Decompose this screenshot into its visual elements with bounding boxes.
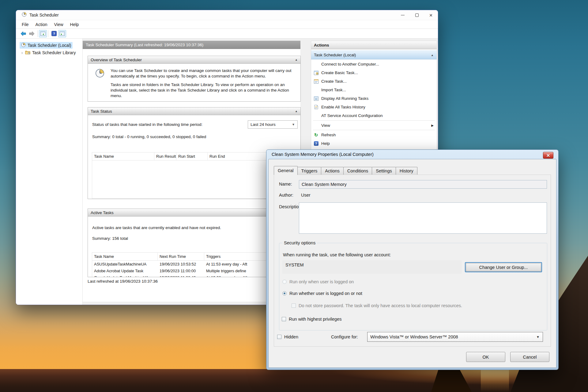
action-item-refresh[interactable]: ↻ Refresh — [311, 131, 437, 139]
help-icon: ? — [51, 31, 57, 36]
window-title: Task Scheduler — [29, 13, 59, 17]
summary-header-text: Task Scheduler Summary (Last refreshed: … — [86, 43, 203, 47]
tab-conditions[interactable]: Conditions — [343, 167, 372, 175]
dialog-tabs: General Triggers Actions Conditions Sett… — [274, 166, 417, 175]
close-icon: ✕ — [546, 153, 550, 158]
configure-for-label: Configure for: — [331, 334, 358, 339]
action-item-import-task[interactable]: Import Task... — [311, 86, 437, 94]
cancel-button[interactable]: Cancel — [510, 352, 549, 362]
back-button[interactable] — [19, 30, 28, 38]
action-item-create-task[interactable]: Create Task... — [311, 77, 437, 85]
radio-run-only-logged-on: Run only when user is logged on — [282, 279, 354, 284]
active-tasks-summary: Summary: 156 total — [92, 236, 128, 241]
actions-group-label: Task Scheduler (Local) — [314, 53, 356, 57]
tab-general[interactable]: General — [274, 166, 298, 175]
configure-for-dropdown[interactable]: Windows Vista™ or Windows Server™ 2008 ▼ — [367, 332, 543, 342]
forward-button[interactable] — [28, 30, 36, 38]
collapse-arrow-icon[interactable]: ▲ — [295, 110, 298, 113]
show-console-tree-icon — [40, 31, 46, 36]
checkbox-label: Run with highest privileges — [289, 317, 341, 322]
help-icon: ? — [314, 141, 318, 146]
actions-group-header[interactable]: Task Scheduler (Local) ▲ — [311, 51, 437, 59]
column-header-task-name[interactable]: Task Name — [92, 153, 154, 160]
action-item-display-running-tasks[interactable]: Display All Running Tasks — [311, 94, 437, 103]
menu-item-file[interactable]: File — [18, 21, 32, 28]
dialog-title: Clean System Memory Properties (Local Co… — [269, 152, 374, 157]
action-item-view[interactable]: View ▶ — [311, 121, 437, 130]
menu-item-help[interactable]: Help — [67, 21, 82, 28]
close-icon: × — [429, 13, 433, 18]
sun-reflection — [481, 369, 509, 392]
create-task-icon — [314, 79, 318, 84]
action-item-create-basic-task[interactable]: Create Basic Task... — [311, 69, 437, 77]
name-field[interactable]: Clean System Memory — [299, 180, 547, 189]
tree-item-task-scheduler-library[interactable]: › Task Scheduler Library — [16, 49, 82, 56]
running-tasks-icon — [314, 96, 318, 101]
maximize-button[interactable] — [410, 10, 424, 20]
action-item-enable-tasks-history[interactable]: Enable All Tasks History — [311, 103, 437, 111]
action-item-help[interactable]: ? Help — [311, 139, 437, 148]
minimize-icon — [401, 15, 405, 15]
tab-history[interactable]: History — [396, 167, 417, 175]
menu-item-view[interactable]: View — [51, 21, 66, 28]
ok-button[interactable]: OK — [466, 352, 505, 362]
menu-item-action[interactable]: Action — [32, 21, 51, 28]
radio-run-whether-logged-on[interactable]: Run whether user is logged on or not — [282, 291, 362, 296]
library-folder-icon — [25, 50, 30, 55]
overview-paragraph-2: Tasks are stored in folders in the Task … — [111, 82, 293, 99]
close-button[interactable]: × — [424, 10, 438, 20]
help-button[interactable]: ? — [50, 30, 58, 38]
period-dropdown[interactable]: Last 24 hours ▼ — [248, 120, 298, 129]
task-status-section-header[interactable]: Task Status ▲ — [88, 107, 300, 115]
task-status-summary: Summary: 0 total - 0 running, 0 succeede… — [92, 134, 206, 139]
radio-label: Run whether user is logged on or not — [289, 291, 362, 296]
collapse-arrow-icon[interactable]: ▲ — [295, 58, 298, 61]
checkbox-icon — [292, 303, 296, 308]
history-icon — [314, 105, 318, 110]
tab-actions[interactable]: Actions — [321, 167, 344, 175]
tab-triggers[interactable]: Triggers — [297, 167, 322, 175]
period-label: Status of tasks that have started in the… — [92, 122, 202, 127]
dialog-titlebar[interactable]: Clean System Memory Properties (Local Co… — [269, 150, 556, 159]
cell-task-name: ASUSUpdateTaskMachineUA — [92, 262, 158, 266]
checkbox-run-highest-privileges[interactable]: Run with highest privileges — [282, 317, 341, 322]
overview-section-header[interactable]: Overview of Task Scheduler ▲ — [88, 56, 300, 64]
change-user-or-group-button[interactable]: Change User or Group... — [465, 262, 542, 272]
overview-paragraph-1: You can use Task Scheduler to create and… — [111, 68, 293, 79]
column-header-run-result[interactable]: Run Result — [154, 153, 176, 160]
forward-arrow-icon — [29, 31, 35, 36]
description-field[interactable] — [299, 202, 547, 234]
column-header-task-name[interactable]: Task Name — [92, 253, 158, 260]
tree-item-label: Task Scheduler Library — [32, 50, 76, 55]
actions-separator — [313, 130, 435, 130]
app-clock-icon — [22, 12, 27, 18]
author-label: Author: — [279, 193, 293, 198]
show-console-tree-button[interactable] — [39, 30, 47, 37]
checkbox-hidden[interactable]: Hidden — [277, 334, 298, 339]
tree-item-task-scheduler-local[interactable]: Task Scheduler (Local) — [16, 42, 82, 49]
show-action-pane-button[interactable] — [58, 30, 66, 37]
action-item-at-service-account[interactable]: AT Service Account Configuration — [311, 111, 437, 120]
task-status-title: Task Status — [91, 109, 112, 114]
tab-settings[interactable]: Settings — [372, 167, 396, 175]
cell-task-name: GoogleUpdateTaskMachineUA — [92, 275, 158, 277]
statusbar-text: Last refreshed at 19/06/2023 10:37:36 — [88, 279, 158, 284]
security-options-group: Security options When running the task, … — [279, 243, 547, 330]
checkbox-icon — [277, 335, 281, 339]
dialog-close-button[interactable]: ✕ — [543, 152, 553, 159]
show-action-pane-icon — [59, 31, 65, 36]
column-header-run-start[interactable]: Run Start — [176, 153, 208, 160]
minimize-button[interactable] — [396, 10, 410, 20]
collapse-arrow-icon[interactable]: ▲ — [431, 54, 434, 57]
action-item-connect[interactable]: Connect to Another Computer... — [311, 60, 437, 68]
checkbox-label: Do not store password. The task will onl… — [299, 303, 462, 308]
name-value: Clean System Memory — [302, 182, 347, 187]
radio-selected-icon — [282, 291, 287, 296]
console-tree: Task Scheduler (Local) › Task Scheduler … — [16, 39, 83, 305]
tree-expand-chevron-icon[interactable]: › — [20, 50, 24, 55]
column-header-next-run-time[interactable]: Next Run Time — [158, 253, 204, 260]
account-field[interactable]: SYSTEM — [282, 260, 462, 274]
desktop-wallpaper: Task Scheduler × File Action View Help — [0, 0, 588, 392]
window-titlebar[interactable]: Task Scheduler × — [16, 10, 438, 20]
summary-header: Task Scheduler Summary (Last refreshed: … — [83, 41, 300, 49]
